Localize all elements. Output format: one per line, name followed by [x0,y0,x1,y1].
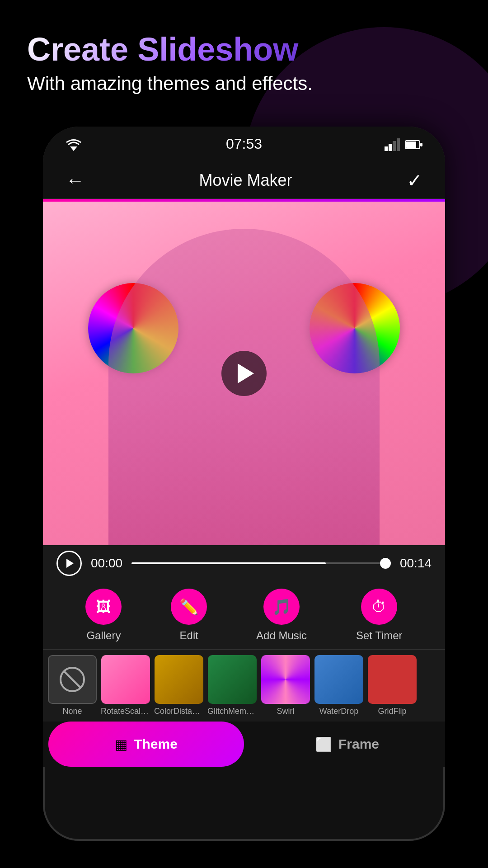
status-left [66,138,82,151]
edit-icon: ✏️ [171,589,207,625]
time-end: 00:14 [400,556,432,571]
timeline-track[interactable] [131,562,391,564]
set-timer-icon: ⏱ [361,589,397,625]
effect-waterdrop[interactable]: WaterDrop [314,655,364,716]
svg-rect-4 [397,138,400,151]
effect-rotatescale[interactable]: RotateScaleFa... [101,655,150,716]
phone-mockup: 07:53 ← Movie Maker ✓ [43,127,445,841]
effect-rotatescale-label: RotateScaleFa... [101,707,150,716]
effect-colordistance[interactable]: ColorDistance [154,655,204,716]
effect-waterdrop-label: WaterDrop [314,707,364,716]
timeline-thumb[interactable] [380,558,391,569]
add-music-label: Add Music [256,629,307,642]
effect-swirl-thumb [261,655,310,704]
effect-gridflip[interactable]: GridFlip [367,655,417,716]
svg-marker-0 [70,146,77,151]
gallery-tool[interactable]: 🖼 Gallery [85,589,122,642]
edit-tool[interactable]: ✏️ Edit [171,589,207,642]
theme-tab-icon: ▦ [115,736,127,752]
svg-rect-6 [420,143,422,146]
back-button[interactable]: ← [66,170,84,191]
svg-rect-1 [385,146,388,151]
effect-colordistance-thumb [155,655,203,704]
effect-none-label: None [47,707,97,716]
effect-gridflip-label: GridFlip [367,707,417,716]
gallery-label: Gallery [86,629,121,642]
page-subtitle: With amazing themes and effects. [27,73,313,94]
effect-swirl[interactable]: Swirl [261,655,310,716]
signal-icon [385,138,400,151]
timeline-bar: 00:00 00:14 [43,545,445,581]
frame-tab-icon: ⬜ [315,736,332,752]
svg-rect-2 [389,144,392,151]
bottom-tab-bar: ▦ Theme ⬜ Frame [43,722,445,767]
effect-glitchmemories-label: GlitchMemories [207,707,257,716]
effect-none[interactable]: None [47,655,97,716]
frame-tab[interactable]: ⬜ Frame [249,722,445,767]
timeline-play-icon [66,559,74,568]
effect-none-thumb [48,655,97,704]
tools-row: 🖼 Gallery ✏️ Edit 🎵 Add Music ⏱ Set Time… [43,581,445,649]
set-timer-tool[interactable]: ⏱ Set Timer [356,589,403,642]
theme-tab-label: Theme [134,736,178,752]
svg-line-9 [64,671,80,688]
timeline-play-button[interactable] [56,551,82,576]
play-button[interactable] [221,351,267,396]
time-start: 00:00 [91,556,122,571]
status-right [385,138,422,151]
effect-glitchmemories[interactable]: GlitchMemories [207,655,257,716]
effect-waterdrop-thumb [314,655,363,704]
check-button[interactable]: ✓ [407,170,422,192]
add-music-icon: 🎵 [263,589,300,625]
battery-icon [405,140,422,150]
frame-tab-label: Frame [338,736,379,752]
effect-glitchmemories-thumb [208,655,257,704]
wifi-icon [66,138,82,151]
status-time: 07:53 [226,136,262,152]
effect-swirl-label: Swirl [261,707,310,716]
nav-title: Movie Maker [199,171,292,190]
theme-tab[interactable]: ▦ Theme [48,722,244,767]
header-section: Create Slideshow With amazing themes and… [27,32,313,94]
gallery-icon: 🖼 [85,589,122,625]
timeline-progress [131,562,326,564]
svg-rect-3 [393,141,396,151]
edit-label: Edit [180,629,198,642]
play-icon [238,363,254,383]
add-music-tool[interactable]: 🎵 Add Music [256,589,307,642]
page-title: Create Slideshow [27,32,313,67]
effect-colordistance-label: ColorDistance [154,707,204,716]
status-bar: 07:53 [43,127,445,163]
effect-gridflip-thumb [368,655,417,704]
video-content [43,202,445,545]
video-player [43,202,445,545]
effects-row: None RotateScaleFa... ColorDistance Glit… [43,649,445,722]
svg-rect-7 [406,142,416,148]
effect-rotatescale-thumb [101,655,150,704]
nav-bar: ← Movie Maker ✓ [43,163,445,199]
set-timer-label: Set Timer [356,629,403,642]
